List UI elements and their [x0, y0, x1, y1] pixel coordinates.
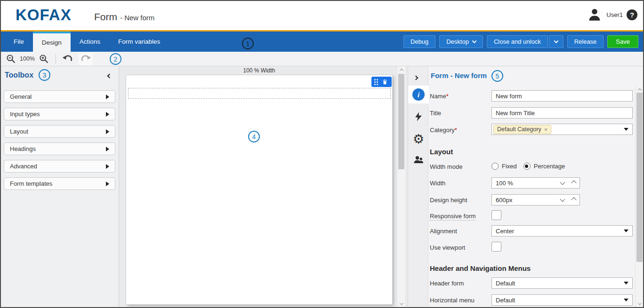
help-icon: ?	[630, 11, 634, 19]
delete-cell-button[interactable]	[381, 78, 389, 86]
tab-form-variables[interactable]: Form variables	[109, 32, 169, 52]
radio-percentage[interactable]	[523, 163, 531, 170]
chevron-down-icon	[554, 39, 558, 43]
zoom-in-icon	[39, 54, 49, 64]
redo-button[interactable]	[79, 53, 93, 65]
radio-percentage-label: Percentage	[534, 163, 565, 170]
user-name: User1	[606, 11, 623, 18]
dropdown-caret-icon	[624, 128, 628, 131]
annotation-5: 5	[491, 70, 503, 82]
radio-fixed[interactable]	[491, 163, 499, 170]
save-button[interactable]: Save	[607, 35, 638, 48]
dropdown-caret-icon	[624, 299, 628, 301]
toolbox-panel: Toolbox General Input types Layout Headi…	[0, 66, 119, 308]
scroll-down-button[interactable]	[397, 300, 405, 307]
expand-right-icon	[106, 147, 109, 151]
annotation-4: 4	[248, 131, 260, 142]
toolbox-items: General Input types Layout Headings Adva…	[4, 90, 115, 195]
undo-button[interactable]	[61, 53, 75, 65]
zoom-out-button[interactable]	[4, 53, 18, 65]
scrollbar-thumb[interactable]	[398, 74, 404, 169]
toolbox-item-input-types[interactable]: Input types	[4, 108, 115, 120]
title-input[interactable]	[491, 107, 633, 118]
zoom-level: 100%	[20, 55, 35, 62]
properties-panel: i ⚙ Form - New form Name	[408, 66, 644, 308]
category-combobox[interactable]: Default Category ×	[491, 124, 633, 135]
stepper-up-icon[interactable]	[571, 197, 576, 202]
header-form-select[interactable]: Default	[491, 277, 633, 289]
close-unlock-menu-button[interactable]	[549, 35, 564, 48]
name-input[interactable]	[491, 90, 633, 102]
panel-collapse-button[interactable]	[414, 73, 418, 81]
scrollbar-thumb[interactable]	[636, 93, 643, 262]
tab-file[interactable]: File	[5, 32, 33, 52]
expand-right-icon	[106, 129, 109, 134]
device-mode-dropdown[interactable]: Desktop	[439, 35, 483, 48]
user-area: User1 ?	[587, 7, 637, 23]
annotation-1: 1	[242, 38, 254, 49]
scroll-up-button[interactable]	[397, 67, 405, 74]
toolbox-collapse-button[interactable]	[105, 72, 113, 79]
name-label: Name*	[430, 93, 449, 100]
expand-right-icon	[106, 182, 109, 186]
panel-scrollbar[interactable]	[635, 86, 644, 308]
stepper-up-icon[interactable]	[571, 180, 576, 185]
empty-row-dropzone[interactable]	[128, 88, 391, 99]
undo-icon	[62, 53, 74, 65]
toolbox-item-advanced[interactable]: Advanced	[4, 160, 115, 173]
form-canvas[interactable]	[126, 75, 392, 304]
help-button[interactable]: ?	[627, 9, 637, 20]
kofax-logo: KOFAX	[16, 6, 72, 24]
width-stepper[interactable]: 100 %	[491, 177, 580, 189]
stepper-down-icon[interactable]	[560, 197, 565, 202]
header-nav-section-heading: Header and Navigation Menus	[430, 264, 531, 272]
chip-remove-icon[interactable]: ×	[544, 126, 548, 133]
responsive-form-checkbox[interactable]	[491, 210, 501, 220]
toolbox-item-headings[interactable]: Headings	[4, 142, 115, 155]
category-chip: Default Category ×	[493, 125, 551, 134]
responsive-form-label: Responsive form	[430, 213, 476, 220]
app-header: KOFAX Form- New form User1 ?	[0, 0, 644, 30]
dropdown-caret-icon	[624, 229, 628, 232]
release-button[interactable]: Release	[567, 35, 604, 48]
expand-right-icon	[106, 112, 109, 117]
tab-form-info[interactable]: i	[408, 86, 429, 103]
close-and-unlock-button[interactable]: Close and unlock	[487, 35, 548, 48]
toolbox-item-layout[interactable]: Layout	[4, 125, 115, 138]
width-label: Width	[430, 180, 445, 187]
tab-form-permissions[interactable]	[408, 151, 429, 169]
zoom-out-icon	[6, 54, 16, 64]
scroll-down-button[interactable]	[636, 300, 644, 307]
tab-design[interactable]: Design	[33, 32, 71, 52]
debug-button[interactable]: Debug	[403, 35, 435, 48]
canvas-scrollbar[interactable]	[397, 66, 405, 308]
tab-actions[interactable]: Actions	[71, 32, 109, 52]
cell-toolbar-badge	[371, 77, 392, 87]
tab-form-actions[interactable]	[408, 108, 429, 126]
close-unlock-split-button: Close and unlock	[487, 35, 564, 48]
expand-right-icon	[106, 95, 109, 99]
menubar-actions: Debug Desktop Close and unlock Release S…	[403, 32, 638, 52]
design-height-stepper[interactable]: 600px	[491, 194, 580, 205]
menubar-tabs: File Design Actions Form variables	[5, 32, 169, 52]
design-height-label: Design height	[430, 197, 467, 204]
zoom-in-button[interactable]	[37, 53, 51, 65]
horizontal-menu-select[interactable]: Default	[491, 294, 633, 306]
design-toolbar: 100%	[0, 52, 644, 66]
stepper-down-icon[interactable]	[560, 180, 565, 185]
toolbox-item-general[interactable]: General	[4, 90, 115, 103]
category-label: Category*	[430, 126, 457, 134]
menubar: File Design Actions Form variables Debug…	[0, 32, 644, 52]
lightning-icon	[413, 111, 424, 123]
redo-icon	[80, 53, 92, 65]
user-avatar-icon[interactable]	[587, 7, 603, 23]
info-icon: i	[412, 88, 425, 101]
width-mode-radio-group: Fixed Percentage	[491, 163, 572, 170]
tab-form-settings[interactable]: ⚙	[408, 130, 429, 148]
toolbox-item-form-templates[interactable]: Form templates	[4, 177, 115, 190]
alignment-select[interactable]: Center	[491, 225, 633, 237]
canvas-width-label: 100 % Width	[126, 67, 392, 74]
drag-handle-icon[interactable]	[374, 79, 378, 85]
gear-icon: ⚙	[413, 133, 424, 146]
use-viewport-checkbox[interactable]	[491, 242, 501, 252]
